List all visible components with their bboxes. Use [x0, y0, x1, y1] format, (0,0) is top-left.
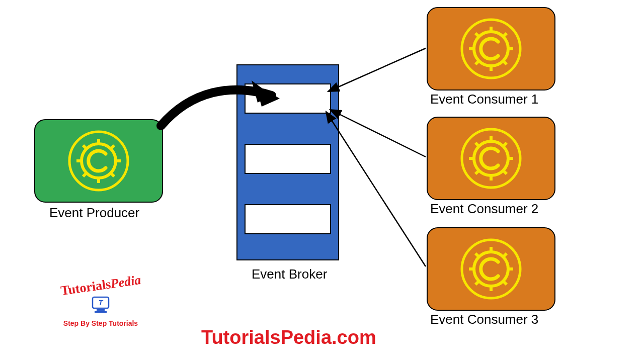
- event-broker-label: Event Broker: [252, 266, 327, 282]
- gear-icon: [456, 14, 526, 84]
- broker-slot-3: [245, 204, 331, 234]
- broker-slot-2: [245, 144, 331, 174]
- event-broker-node: [236, 64, 339, 260]
- svg-line-15: [326, 112, 426, 266]
- event-consumer-1-label: Event Consumer 1: [430, 92, 538, 107]
- broker-slot-1: [245, 83, 331, 114]
- event-consumer-1-node: [427, 7, 555, 90]
- logo-word-2: Pedia: [109, 273, 141, 291]
- event-consumer-3-node: [427, 227, 555, 311]
- svg-line-13: [328, 48, 426, 92]
- site-url-text: TutorialsPedia.com: [201, 327, 376, 348]
- event-consumer-2-label: Event Consumer 2: [430, 201, 538, 217]
- event-consumer-2-node: [427, 117, 555, 200]
- gear-icon: [63, 126, 134, 196]
- event-consumer-3-label: Event Consumer 3: [430, 312, 538, 327]
- svg-rect-18: [97, 309, 105, 311]
- svg-line-14: [330, 110, 426, 157]
- tutorialspedia-logo: TutorialsPedia T Step By Step Tutorials: [45, 279, 156, 327]
- gear-icon: [456, 234, 526, 304]
- logo-tagline: Step By Step Tutorials: [45, 319, 156, 327]
- svg-text:T: T: [99, 299, 104, 307]
- svg-rect-19: [95, 311, 107, 313]
- monitor-icon: T: [90, 294, 112, 316]
- event-producer-node: [34, 119, 163, 203]
- gear-icon: [456, 123, 526, 194]
- event-producer-label: Event Producer: [49, 205, 139, 221]
